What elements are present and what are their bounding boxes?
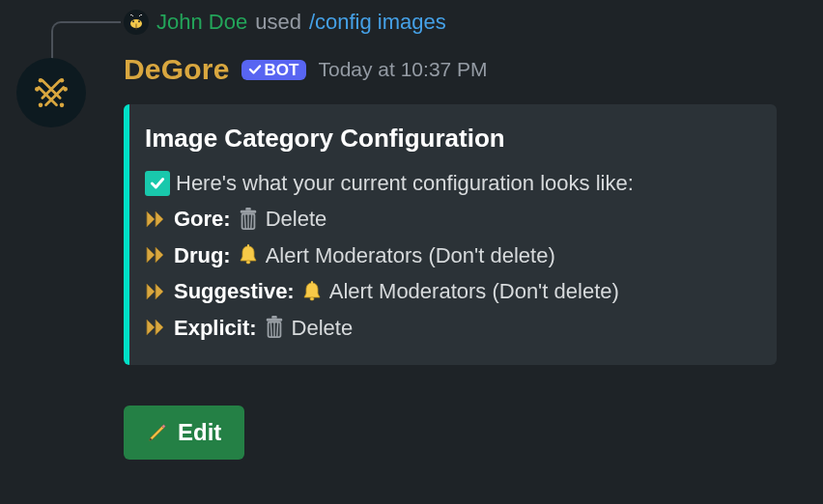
bell-icon — [300, 280, 324, 303]
svg-point-5 — [35, 87, 40, 92]
embed-accent-bar — [124, 104, 129, 365]
checkmark-icon — [145, 171, 170, 196]
svg-rect-15 — [311, 281, 313, 284]
config-action: Alert Moderators (Don't delete) — [329, 273, 619, 309]
svg-rect-14 — [310, 297, 314, 300]
bot-username[interactable]: DeGore — [124, 53, 230, 86]
message-header: DeGore BOT Today at 10:37 PM — [124, 53, 488, 86]
embed-intro-text: Here's what your current configuration l… — [176, 165, 634, 201]
bot-avatar[interactable] — [16, 58, 86, 127]
embed-title: Image Category Configuration — [145, 124, 755, 154]
svg-point-6 — [63, 87, 68, 92]
svg-point-2 — [138, 20, 140, 22]
svg-rect-11 — [245, 208, 251, 210]
config-action: Delete — [266, 201, 327, 237]
config-label: Drug: — [174, 238, 231, 273]
svg-point-4 — [60, 78, 65, 83]
svg-point-8 — [60, 103, 65, 108]
svg-rect-18 — [271, 316, 277, 319]
edit-button[interactable]: Edit — [124, 406, 244, 460]
svg-rect-17 — [266, 319, 282, 322]
reply-spine — [51, 21, 121, 62]
fast-forward-icon — [145, 318, 168, 337]
pencil-icon — [147, 422, 168, 443]
fast-forward-icon — [145, 282, 168, 301]
config-row-drug: Drug: Alert Moderators (Don't delete) — [145, 238, 755, 273]
bell-icon — [237, 243, 260, 266]
trash-icon — [237, 206, 260, 233]
message-timestamp: Today at 10:37 PM — [318, 58, 487, 81]
command-mention[interactable]: /config images — [309, 10, 446, 35]
config-row-gore: Gore: Delete — [145, 201, 755, 237]
config-label: Suggestive: — [174, 273, 295, 309]
fast-forward-icon — [145, 245, 168, 265]
svg-point-1 — [132, 20, 134, 22]
config-row-explicit: Explicit: Delete — [145, 310, 755, 346]
invoker-avatar — [124, 10, 149, 35]
embed-intro-line: Here's what your current configuration l… — [145, 165, 755, 201]
svg-rect-13 — [247, 244, 249, 247]
svg-point-7 — [39, 103, 43, 108]
svg-rect-10 — [240, 210, 256, 213]
embed-card: Image Category Configuration Here's what… — [124, 104, 777, 365]
bot-badge: BOT — [241, 60, 307, 80]
edit-button-label: Edit — [178, 419, 221, 446]
reply-used-text: used — [255, 10, 301, 35]
svg-point-3 — [39, 78, 43, 83]
trash-icon — [263, 314, 286, 341]
config-action: Delete — [292, 310, 354, 346]
reply-reference[interactable]: John Doe used /config images — [124, 10, 446, 35]
verified-check-icon — [247, 62, 263, 77]
config-label: Explicit: — [174, 310, 257, 346]
config-action: Alert Moderators (Don't delete) — [266, 238, 555, 273]
bot-badge-text: BOT — [265, 62, 299, 78]
config-row-suggestive: Suggestive: Alert Moderators (Don't dele… — [145, 273, 755, 309]
fast-forward-icon — [145, 210, 168, 229]
invoker-name[interactable]: John Doe — [156, 10, 247, 35]
config-label: Gore: — [174, 201, 231, 237]
svg-rect-12 — [246, 261, 250, 264]
